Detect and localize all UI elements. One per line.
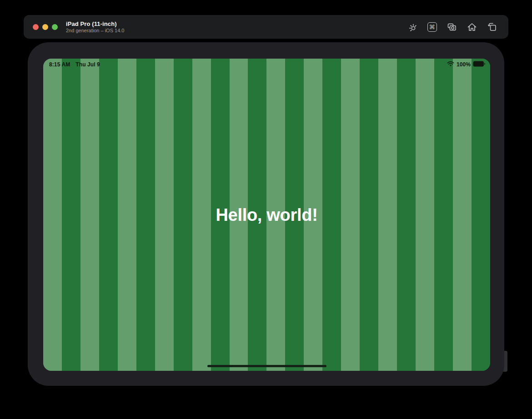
command-glyph: ⌘ — [427, 22, 437, 32]
zoom-button[interactable] — [52, 24, 58, 30]
battery-percent: 100% — [457, 61, 471, 68]
command-keyboard-icon[interactable]: ⌘ — [427, 21, 437, 32]
rotate-icon[interactable] — [487, 21, 497, 32]
window-title: iPad Pro (11-inch) — [66, 20, 124, 27]
close-button[interactable] — [33, 24, 39, 30]
home-icon[interactable] — [467, 21, 477, 32]
window-title-block: iPad Pro (11-inch) 2nd generation – iOS … — [66, 20, 124, 34]
screenshot-icon[interactable] — [447, 21, 457, 32]
window-subtitle: 2nd generation – iOS 14.0 — [66, 28, 124, 34]
appearance-icon[interactable] — [407, 21, 417, 32]
wifi-icon — [447, 61, 454, 68]
traffic-lights — [33, 24, 58, 30]
status-left: 8:15 AM Thu Jul 9 — [49, 61, 100, 68]
hello-world-text: Hello, world! — [43, 204, 490, 226]
desktop-background: { "titlebar": { "title": "iPad Pro (11-i… — [0, 0, 532, 419]
simulator-toolbar: ⌘ — [407, 15, 497, 39]
ipad-bezel: 8:15 AM Thu Jul 9 100% — [28, 42, 504, 386]
battery-icon — [473, 61, 486, 68]
status-date: Thu Jul 9 — [75, 61, 100, 68]
simulator-screen[interactable]: 8:15 AM Thu Jul 9 100% — [43, 59, 490, 371]
status-right: 100% — [447, 61, 486, 68]
minimize-button[interactable] — [42, 24, 48, 30]
status-time: 8:15 AM — [49, 61, 70, 68]
simulator-titlebar[interactable]: iPad Pro (11-inch) 2nd generation – iOS … — [24, 15, 508, 39]
status-bar: 8:15 AM Thu Jul 9 100% — [43, 60, 490, 69]
home-indicator[interactable] — [207, 365, 326, 367]
